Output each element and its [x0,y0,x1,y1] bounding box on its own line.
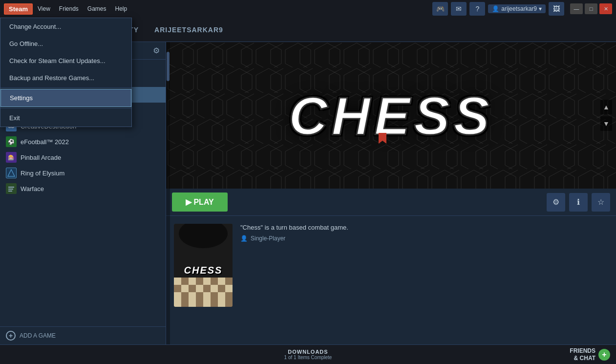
star-action-btn[interactable]: ☆ [592,193,610,212]
svg-rect-25 [174,285,181,292]
svg-rect-24 [225,278,233,285]
info-action-btn[interactable]: ℹ [569,193,588,212]
exit-item[interactable]: Exit [0,109,131,127]
svg-rect-10 [8,191,12,192]
efootball-icon: ⚽ [6,136,17,147]
help-menu-button[interactable]: Help [111,4,131,13]
thumbnail-title: CHESS [184,265,223,276]
svg-rect-22 [211,278,218,285]
nav-username[interactable]: arijeetsarkar9 [147,26,231,34]
friends-menu-button[interactable]: Friends [55,4,83,13]
action-bar: ▶ PLAY ⚙ ℹ ☆ [166,189,616,216]
downloads-info[interactable]: DOWNLOADS 1 of 1 Items Complete [207,349,408,360]
title-bar-right: 🎮 ✉ ? 👤 arijeetsarkar9 ▾ 🖼 — □ ✕ [432,2,612,16]
minimize-button[interactable]: — [570,3,583,14]
thumbnail-inner: CHESS [174,224,233,307]
scroll-thumb [167,52,170,81]
close-button[interactable]: ✕ [599,3,612,14]
games-menu-button[interactable]: Games [84,4,110,13]
svg-rect-23 [218,278,225,285]
svg-rect-38 [211,292,218,307]
change-account-item[interactable]: Change Account... [0,18,131,35]
game-thumbnail: CHESS [174,224,233,307]
help-icon-btn[interactable]: ? [469,2,485,16]
game-description: "Chess" is a turn based combat game. 👤 S… [240,224,608,307]
downloads-status: 1 of 1 Items Complete [207,355,408,360]
svg-rect-29 [203,285,211,292]
game-item-efootball[interactable]: ⚽ eFootball™ 2022 [0,134,166,150]
svg-rect-32 [225,285,233,292]
settings-action-btn[interactable]: ⚙ [547,193,565,212]
svg-rect-17 [174,278,181,285]
add-game-bar[interactable]: + ADD A GAME [0,326,166,344]
sidebar-scrollbar[interactable] [166,42,170,344]
game-mode-label: Single-Player [251,235,285,242]
chess-hero-title: CHESS [289,85,493,147]
username-label: arijeetsarkar9 [501,5,537,12]
game-item-roe[interactable]: Ring of Elysium [0,165,166,181]
settings-item[interactable]: Settings [0,89,131,107]
svg-rect-20 [196,278,203,285]
window-controls: — □ ✕ [570,3,612,14]
svg-rect-18 [181,278,189,285]
filter-icon-btn[interactable]: ⚙ [151,45,162,56]
game-item-warface[interactable]: Warface [0,181,166,196]
add-circle-icon: + [6,331,16,341]
pinball-icon: 🎰 [6,152,17,163]
screenshot-icon-btn[interactable]: 🖼 [549,2,564,16]
svg-rect-34 [181,292,189,307]
play-button[interactable]: ▶ PLAY [172,193,228,212]
svg-rect-37 [203,292,211,307]
steam-dropdown-menu: Change Account... Go Offline... Check fo… [0,18,132,127]
add-game-label: ADD A GAME [20,332,56,339]
svg-rect-8 [8,187,14,188]
game-mode: 👤 Single-Player [240,235,608,242]
game-item-pinball[interactable]: 🎰 Pinball Arcade [0,150,166,165]
chess-background: CHESS ▲ ▼ [166,42,616,189]
svg-rect-27 [189,285,196,292]
efootball-label: eFootball™ 2022 [21,138,69,146]
friends-add-button[interactable]: + [598,349,610,361]
game-info: CHESS "Chess" is a turn based combat gam… [166,216,616,315]
menu-divider [0,87,131,88]
envelope-icon-btn[interactable]: ✉ [451,2,467,16]
svg-rect-26 [181,285,189,292]
svg-rect-31 [218,285,225,292]
steam-menu-button[interactable]: Steam [4,3,33,15]
svg-rect-40 [225,292,233,307]
chevron-down-icon: ▾ [539,5,542,12]
roe-icon [6,168,17,178]
pinball-label: Pinball Arcade [21,154,61,161]
svg-rect-36 [196,292,203,307]
go-offline-item[interactable]: Go Offline... [0,35,131,52]
svg-rect-33 [174,292,181,307]
downloads-label: DOWNLOADS [207,349,408,355]
hero-scroll-up[interactable]: ▲ [600,100,612,114]
friends-chat-button[interactable]: FRIENDS & CHAT + [570,347,610,362]
view-menu-button[interactable]: View [34,4,54,13]
check-updates-item[interactable]: Check for Steam Client Updates... [0,52,131,69]
svg-rect-39 [218,292,225,307]
maximize-button[interactable]: □ [585,3,597,14]
roe-label: Ring of Elysium [21,170,64,177]
person-icon: 👤 [240,235,248,242]
bottom-bar: DOWNLOADS 1 of 1 Items Complete FRIENDS … [0,344,616,364]
svg-rect-30 [211,285,218,292]
avatar-icon: 👤 [492,5,499,12]
title-bar-left: Steam View Friends Games Help [4,3,430,15]
backup-restore-item[interactable]: Backup and Restore Games... [0,69,131,86]
svg-rect-28 [196,285,203,292]
warface-label: Warface [21,185,44,193]
content-area: CHESS ▲ ▼ ▶ PLAY ⚙ ℹ ☆ [166,42,616,344]
svg-rect-35 [189,292,196,307]
friends-chat-label: FRIENDS & CHAT [570,347,595,362]
svg-rect-9 [8,189,13,190]
controller-icon-btn[interactable]: 🎮 [432,2,448,16]
svg-rect-19 [189,278,196,285]
menu-divider-2 [0,108,131,108]
user-profile-badge[interactable]: 👤 arijeetsarkar9 ▾ [488,4,546,13]
hero-scroll-down[interactable]: ▼ [600,116,612,131]
svg-marker-6 [8,170,15,176]
title-bar: Steam View Friends Games Help 🎮 ✉ ? 👤 ar… [0,0,616,18]
game-hero: CHESS ▲ ▼ [166,42,616,189]
